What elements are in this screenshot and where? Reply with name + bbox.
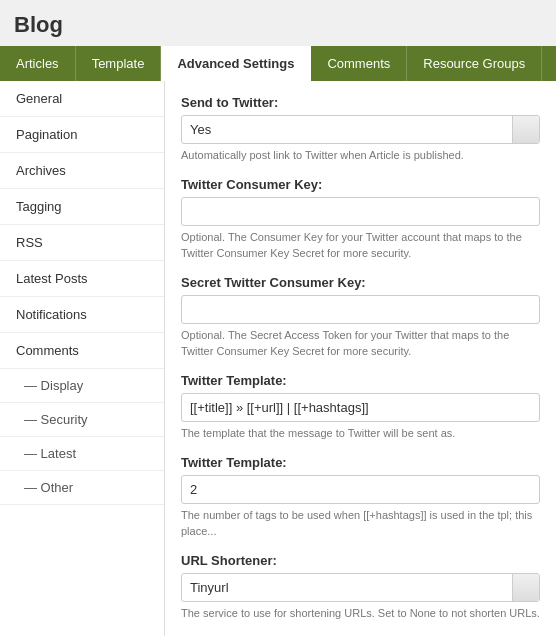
field-label-twitter-template: Twitter Template: [181, 373, 540, 388]
field-group-secret-twitter-consumer-key: Secret Twitter Consumer Key: Optional. T… [181, 275, 540, 359]
sidebar-item-archives[interactable]: Archives [0, 153, 164, 189]
twitter-consumer-key-input[interactable] [181, 197, 540, 226]
field-desc-send-to-twitter: Automatically post link to Twitter when … [181, 148, 540, 163]
field-group-twitter-consumer-key: Twitter Consumer Key: Optional. The Cons… [181, 177, 540, 261]
field-desc-twitter-template-2: The number of tags to be used when [[+ha… [181, 508, 540, 539]
field-label-twitter-template-2: Twitter Template: [181, 455, 540, 470]
select-wrapper-send-to-twitter: Yes No [181, 115, 540, 144]
field-desc-secret-consumer-key: Optional. The Secret Access Token for yo… [181, 328, 540, 359]
field-label-send-to-twitter: Send to Twitter: [181, 95, 540, 110]
sidebar-item-other[interactable]: — Other [0, 471, 164, 505]
tab-template[interactable]: Template [76, 46, 162, 81]
field-desc-url-shortener: The service to use for shortening URLs. … [181, 606, 540, 621]
main-layout: General Pagination Archives Tagging RSS … [0, 81, 556, 636]
sidebar-item-latest[interactable]: — Latest [0, 437, 164, 471]
sidebar-item-notifications[interactable]: Notifications [0, 297, 164, 333]
sidebar-item-pagination[interactable]: Pagination [0, 117, 164, 153]
twitter-template-input[interactable] [181, 393, 540, 422]
content-area: Send to Twitter: Yes No Automatically po… [165, 81, 556, 636]
select-wrapper-url-shortener: Tinyurl None Bitly [181, 573, 540, 602]
tabs-bar: Articles Template Advanced Settings Comm… [0, 46, 556, 81]
twitter-template-2-input[interactable] [181, 475, 540, 504]
field-label-twitter-consumer-key: Twitter Consumer Key: [181, 177, 540, 192]
sidebar-item-comments[interactable]: Comments [0, 333, 164, 369]
field-label-secret-consumer-key: Secret Twitter Consumer Key: [181, 275, 540, 290]
secret-twitter-consumer-key-input[interactable] [181, 295, 540, 324]
url-shortener-select[interactable]: Tinyurl None Bitly [181, 573, 540, 602]
sidebar-item-display[interactable]: — Display [0, 369, 164, 403]
sidebar-item-general[interactable]: General [0, 81, 164, 117]
sidebar-item-security[interactable]: — Security [0, 403, 164, 437]
sidebar-item-rss[interactable]: RSS [0, 225, 164, 261]
field-desc-twitter-consumer-key: Optional. The Consumer Key for your Twit… [181, 230, 540, 261]
field-group-twitter-template-2: Twitter Template: The number of tags to … [181, 455, 540, 539]
tab-comments[interactable]: Comments [311, 46, 407, 81]
field-group-twitter-template: Twitter Template: The template that the … [181, 373, 540, 441]
sidebar-item-latest-posts[interactable]: Latest Posts [0, 261, 164, 297]
page-title: Blog [0, 0, 556, 46]
send-to-twitter-select[interactable]: Yes No [181, 115, 540, 144]
sidebar: General Pagination Archives Tagging RSS … [0, 81, 165, 636]
sidebar-item-tagging[interactable]: Tagging [0, 189, 164, 225]
tab-articles[interactable]: Articles [0, 46, 76, 81]
field-desc-twitter-template: The template that the message to Twitter… [181, 426, 540, 441]
field-group-send-to-twitter: Send to Twitter: Yes No Automatically po… [181, 95, 540, 163]
field-label-url-shortener: URL Shortener: [181, 553, 540, 568]
tab-resource-groups[interactable]: Resource Groups [407, 46, 542, 81]
tab-advanced-settings[interactable]: Advanced Settings [161, 46, 311, 81]
field-group-url-shortener: URL Shortener: Tinyurl None Bitly The se… [181, 553, 540, 621]
